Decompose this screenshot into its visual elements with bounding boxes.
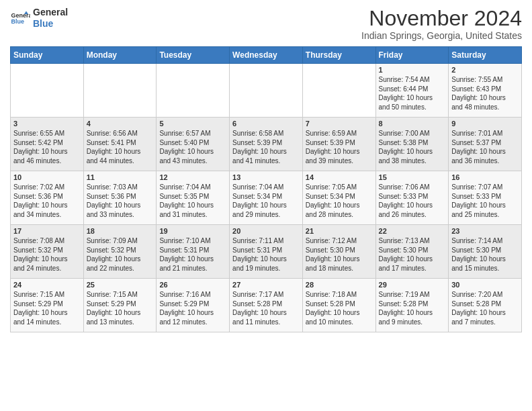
header-tuesday: Tuesday — [157, 47, 230, 64]
day-info: Sunrise: 6:56 AM Sunset: 5:41 PM Dayligh… — [87, 129, 154, 165]
day-info: Sunrise: 7:17 AM Sunset: 5:28 PM Dayligh… — [232, 290, 300, 326]
header-monday: Monday — [83, 47, 157, 64]
day-number: 18 — [87, 227, 154, 235]
day-info: Sunrise: 7:15 AM Sunset: 5:29 PM Dayligh… — [13, 290, 81, 326]
day-number: 17 — [13, 227, 81, 235]
day-info: Sunrise: 7:01 AM Sunset: 5:37 PM Dayligh… — [451, 129, 519, 165]
calendar-cell-w3d1: 10Sunrise: 7:02 AM Sunset: 5:36 PM Dayli… — [11, 171, 84, 225]
svg-text:Blue: Blue — [11, 17, 25, 24]
title-block: November 2024 Indian Springs, Georgia, U… — [361, 7, 522, 41]
location: Indian Springs, Georgia, United States — [361, 30, 522, 41]
day-info: Sunrise: 7:00 AM Sunset: 5:38 PM Dayligh… — [379, 129, 446, 165]
day-info: Sunrise: 7:02 AM Sunset: 5:36 PM Dayligh… — [13, 183, 81, 219]
day-info: Sunrise: 7:03 AM Sunset: 5:36 PM Dayligh… — [87, 183, 154, 219]
day-info: Sunrise: 7:09 AM Sunset: 5:32 PM Dayligh… — [87, 236, 154, 273]
day-info: Sunrise: 7:19 AM Sunset: 5:28 PM Dayligh… — [379, 290, 446, 326]
calendar-cell-w3d3: 12Sunrise: 7:04 AM Sunset: 5:35 PM Dayli… — [157, 171, 230, 225]
calendar-week-row-2: 3Sunrise: 6:55 AM Sunset: 5:42 PM Daylig… — [11, 118, 522, 171]
day-info: Sunrise: 6:55 AM Sunset: 5:42 PM Dayligh… — [13, 129, 81, 165]
calendar-cell-w2d6: 8Sunrise: 7:00 AM Sunset: 5:38 PM Daylig… — [375, 118, 449, 171]
header-thursday: Thursday — [302, 47, 375, 64]
logo: General Blue General Blue — [10, 7, 68, 30]
logo-text: General Blue — [33, 7, 68, 30]
calendar-cell-w2d4: 6Sunrise: 6:58 AM Sunset: 5:39 PM Daylig… — [230, 118, 303, 171]
calendar-cell-w1d4 — [230, 64, 303, 118]
day-number: 29 — [379, 281, 446, 289]
header-friday: Friday — [375, 47, 449, 64]
calendar-cell-w5d7: 30Sunrise: 7:20 AM Sunset: 5:28 PM Dayli… — [449, 279, 522, 332]
calendar-cell-w3d6: 15Sunrise: 7:06 AM Sunset: 5:33 PM Dayli… — [375, 171, 449, 225]
calendar-week-row-3: 10Sunrise: 7:02 AM Sunset: 5:36 PM Dayli… — [11, 171, 522, 225]
day-number: 9 — [451, 120, 519, 128]
day-info: Sunrise: 7:04 AM Sunset: 5:34 PM Dayligh… — [232, 183, 300, 219]
calendar-cell-w2d3: 5Sunrise: 6:57 AM Sunset: 5:40 PM Daylig… — [157, 118, 230, 171]
calendar-cell-w3d2: 11Sunrise: 7:03 AM Sunset: 5:36 PM Dayli… — [83, 171, 157, 225]
weekday-header-row: Sunday Monday Tuesday Wednesday Thursday… — [11, 47, 522, 64]
calendar-cell-w2d1: 3Sunrise: 6:55 AM Sunset: 5:42 PM Daylig… — [11, 118, 84, 171]
calendar-cell-w5d6: 29Sunrise: 7:19 AM Sunset: 5:28 PM Dayli… — [375, 279, 449, 332]
calendar-week-row-4: 17Sunrise: 7:08 AM Sunset: 5:32 PM Dayli… — [11, 225, 522, 279]
calendar-cell-w3d5: 14Sunrise: 7:05 AM Sunset: 5:34 PM Dayli… — [302, 171, 375, 225]
day-info: Sunrise: 7:14 AM Sunset: 5:30 PM Dayligh… — [451, 236, 519, 273]
calendar-cell-w4d3: 19Sunrise: 7:10 AM Sunset: 5:31 PM Dayli… — [157, 225, 230, 279]
header-sunday: Sunday — [11, 47, 84, 64]
day-info: Sunrise: 7:54 AM Sunset: 6:44 PM Dayligh… — [379, 75, 446, 111]
day-number: 24 — [13, 281, 81, 289]
day-number: 27 — [232, 281, 300, 289]
day-number: 12 — [159, 173, 226, 181]
day-number: 15 — [379, 173, 446, 181]
calendar-cell-w5d5: 28Sunrise: 7:18 AM Sunset: 5:28 PM Dayli… — [302, 279, 375, 332]
day-number: 1 — [379, 66, 446, 74]
day-number: 11 — [87, 173, 154, 181]
calendar-week-row-5: 24Sunrise: 7:15 AM Sunset: 5:29 PM Dayli… — [11, 279, 522, 332]
day-info: Sunrise: 7:13 AM Sunset: 5:30 PM Dayligh… — [379, 236, 446, 273]
day-info: Sunrise: 6:59 AM Sunset: 5:39 PM Dayligh… — [306, 129, 373, 165]
day-info: Sunrise: 7:55 AM Sunset: 6:43 PM Dayligh… — [451, 75, 519, 111]
calendar-cell-w4d5: 21Sunrise: 7:12 AM Sunset: 5:30 PM Dayli… — [302, 225, 375, 279]
calendar-cell-w1d6: 1Sunrise: 7:54 AM Sunset: 6:44 PM Daylig… — [375, 64, 449, 118]
calendar-cell-w1d3 — [157, 64, 230, 118]
calendar-cell-w5d4: 27Sunrise: 7:17 AM Sunset: 5:28 PM Dayli… — [230, 279, 303, 332]
calendar-cell-w5d2: 25Sunrise: 7:15 AM Sunset: 5:29 PM Dayli… — [83, 279, 157, 332]
calendar-cell-w2d7: 9Sunrise: 7:01 AM Sunset: 5:37 PM Daylig… — [449, 118, 522, 171]
calendar-week-row-1: 1Sunrise: 7:54 AM Sunset: 6:44 PM Daylig… — [11, 64, 522, 118]
calendar-cell-w2d2: 4Sunrise: 6:56 AM Sunset: 5:41 PM Daylig… — [83, 118, 157, 171]
calendar-cell-w4d1: 17Sunrise: 7:08 AM Sunset: 5:32 PM Dayli… — [11, 225, 84, 279]
calendar-cell-w1d2 — [83, 64, 157, 118]
calendar-cell-w3d7: 16Sunrise: 7:07 AM Sunset: 5:33 PM Dayli… — [449, 171, 522, 225]
day-info: Sunrise: 7:05 AM Sunset: 5:34 PM Dayligh… — [306, 183, 373, 219]
day-info: Sunrise: 7:18 AM Sunset: 5:28 PM Dayligh… — [306, 290, 373, 326]
calendar-cell-w2d5: 7Sunrise: 6:59 AM Sunset: 5:39 PM Daylig… — [302, 118, 375, 171]
calendar-cell-w4d6: 22Sunrise: 7:13 AM Sunset: 5:30 PM Dayli… — [375, 225, 449, 279]
day-number: 16 — [451, 173, 519, 181]
day-number: 5 — [159, 120, 226, 128]
calendar-cell-w5d1: 24Sunrise: 7:15 AM Sunset: 5:29 PM Dayli… — [11, 279, 84, 332]
calendar-cell-w1d7: 2Sunrise: 7:55 AM Sunset: 6:43 PM Daylig… — [449, 64, 522, 118]
day-info: Sunrise: 7:12 AM Sunset: 5:30 PM Dayligh… — [306, 236, 373, 273]
day-number: 26 — [159, 281, 226, 289]
month-title: November 2024 — [361, 7, 522, 30]
logo-blue: Blue — [33, 18, 53, 29]
day-number: 20 — [232, 227, 300, 235]
day-number: 30 — [451, 281, 519, 289]
day-info: Sunrise: 7:20 AM Sunset: 5:28 PM Dayligh… — [451, 290, 519, 326]
day-number: 7 — [306, 120, 373, 128]
header: General Blue General Blue November 2024 … — [10, 7, 522, 41]
day-info: Sunrise: 7:16 AM Sunset: 5:29 PM Dayligh… — [159, 290, 226, 326]
day-number: 13 — [232, 173, 300, 181]
day-number: 6 — [232, 120, 300, 128]
day-info: Sunrise: 7:11 AM Sunset: 5:31 PM Dayligh… — [232, 236, 300, 273]
day-number: 14 — [306, 173, 373, 181]
calendar-cell-w4d7: 23Sunrise: 7:14 AM Sunset: 5:30 PM Dayli… — [449, 225, 522, 279]
day-info: Sunrise: 7:08 AM Sunset: 5:32 PM Dayligh… — [13, 236, 81, 273]
day-number: 4 — [87, 120, 154, 128]
day-number: 23 — [451, 227, 519, 235]
logo-icon: General Blue — [10, 8, 30, 28]
day-number: 22 — [379, 227, 446, 235]
calendar-cell-w3d4: 13Sunrise: 7:04 AM Sunset: 5:34 PM Dayli… — [230, 171, 303, 225]
day-info: Sunrise: 7:15 AM Sunset: 5:29 PM Dayligh… — [87, 290, 154, 326]
calendar-cell-w1d1 — [11, 64, 84, 118]
day-info: Sunrise: 7:06 AM Sunset: 5:33 PM Dayligh… — [379, 183, 446, 219]
calendar-cell-w1d5 — [302, 64, 375, 118]
calendar-cell-w4d2: 18Sunrise: 7:09 AM Sunset: 5:32 PM Dayli… — [83, 225, 157, 279]
